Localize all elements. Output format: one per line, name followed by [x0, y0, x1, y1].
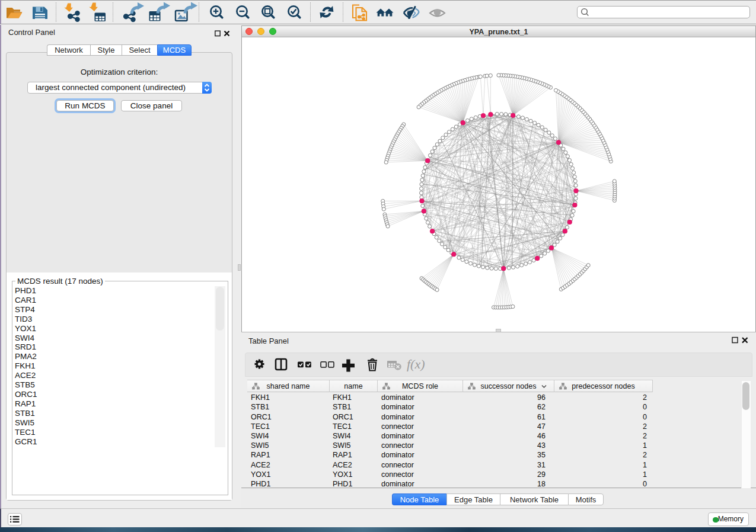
svg-text:f(x): f(x): [407, 357, 425, 371]
